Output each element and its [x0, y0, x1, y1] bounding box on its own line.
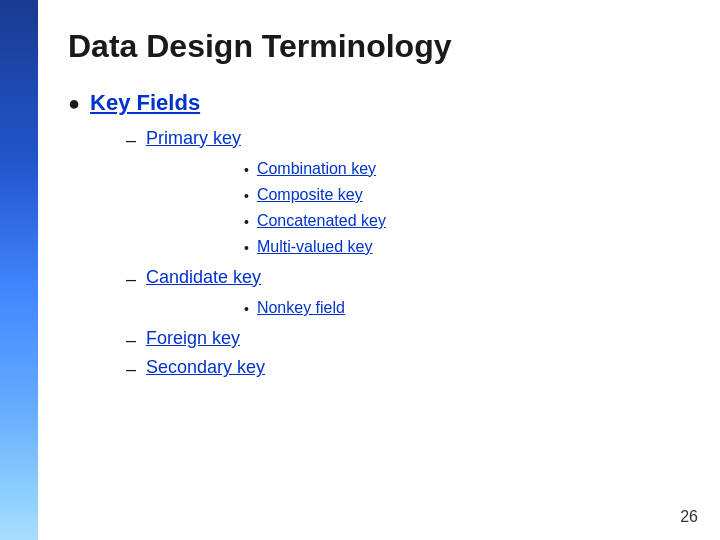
sub-item-primary: – Primary key [126, 126, 690, 153]
composite-key-label: Composite key [257, 183, 363, 207]
sub-list-container: – Primary key • Combination key • Compos… [126, 126, 690, 385]
concatenated-key-label: Concatenated key [257, 209, 386, 233]
sub-item-foreign: – Foreign key [126, 326, 690, 353]
sub-item-candidate: – Candidate key [126, 265, 690, 292]
slide-content: Data Design Terminology ● Key Fields – P… [38, 0, 720, 540]
main-list: ● Key Fields [68, 89, 690, 126]
bullet-nonkey: • [244, 299, 249, 320]
primary-key-children: • Combination key • Composite key • Conc… [214, 157, 690, 259]
bullet-composite: • [244, 186, 249, 207]
multivalued-key-label: Multi-valued key [257, 235, 373, 259]
candidate-key-children: • Nonkey field [214, 296, 690, 320]
dash-primary: – [126, 128, 136, 153]
bullet-combination: • [244, 160, 249, 181]
secondary-key-label: Secondary key [146, 355, 265, 380]
bullet-multivalued: • [244, 238, 249, 259]
dash-candidate: – [126, 267, 136, 292]
slide: Data Design Terminology ● Key Fields – P… [0, 0, 720, 540]
dash-secondary: – [126, 357, 136, 382]
key-fields-label: Key Fields [90, 89, 200, 118]
bullet-concatenated: • [244, 212, 249, 233]
list-item-nonkey: • Nonkey field [244, 296, 690, 320]
list-item-concatenated: • Concatenated key [244, 209, 690, 233]
list-item-combination: • Combination key [244, 157, 690, 181]
main-bullet-item: ● Key Fields [68, 89, 690, 118]
sub-item-secondary: – Secondary key [126, 355, 690, 382]
left-gradient-bar [0, 0, 38, 540]
slide-title: Data Design Terminology [68, 28, 690, 65]
main-bullet-dot: ● [68, 91, 80, 115]
primary-key-label: Primary key [146, 126, 241, 151]
dash-foreign: – [126, 328, 136, 353]
page-number: 26 [680, 508, 698, 526]
candidate-key-sub-list: • Nonkey field [244, 296, 690, 320]
foreign-key-label: Foreign key [146, 326, 240, 351]
list-item-composite: • Composite key [244, 183, 690, 207]
candidate-key-label: Candidate key [146, 265, 261, 290]
combination-key-label: Combination key [257, 157, 376, 181]
list-item-multivalued: • Multi-valued key [244, 235, 690, 259]
nonkey-field-label: Nonkey field [257, 296, 345, 320]
primary-key-sub-list: • Combination key • Composite key • Conc… [244, 157, 690, 259]
